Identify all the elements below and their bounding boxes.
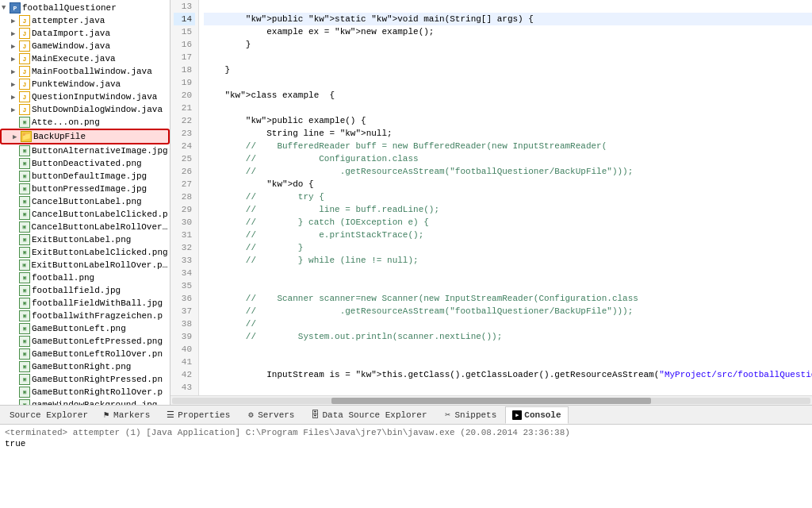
tree-item-label: GameWindow.java — [32, 41, 110, 51]
code-line — [204, 0, 812, 13]
snippets-icon: ✂ — [443, 410, 453, 420]
line-number: 23 — [174, 127, 195, 140]
tree-item-label: PunkteWindow.java — [32, 79, 121, 89]
line-number: 38 — [174, 318, 195, 330]
tree-item-label: GameButtonLeft.png — [32, 324, 126, 333]
code-content[interactable]: 1314151617181920212223242526272829303132… — [170, 0, 812, 395]
tree-item-cancelbuttonlabelrollover[interactable]: ▣CancelButtonLabelRollOver.p — [0, 221, 170, 233]
tree-item-backupfile[interactable]: ▶📁BackUpFile — [0, 129, 170, 144]
tree-item-buttondeactivated[interactable]: ▣ButtonDeactivated.png — [0, 157, 170, 170]
tree-item-gamebuttonrightpressed[interactable]: ▣GameButtonRightPressed.pn — [0, 373, 170, 386]
servers-icon: ⚙ — [246, 410, 255, 420]
image-file-icon: ▣ — [19, 272, 30, 283]
tree-item-label: GameButtonRightRollOver.p — [32, 387, 163, 397]
tree-item-gamewindowbackground[interactable]: ▣gameWindowBackground.jpg — [0, 398, 170, 405]
tab-snippets[interactable]: ✂Snippets — [436, 406, 504, 424]
tree-item-footballfield[interactable]: ▣footballfield.jpg — [0, 284, 170, 297]
tab-markers[interactable]: ⚑Markers — [94, 406, 157, 424]
bottom-panel: Source Explorer ⚑Markers☰Properties⚙Serv… — [0, 405, 812, 508]
bottom-content[interactable]: <terminated> attempter (1) [Java Applica… — [0, 425, 812, 508]
java-file-icon: J — [19, 15, 30, 26]
file-explorer: ▼PfootballQuestioner▶Jattempter.java▶JDa… — [0, 0, 170, 405]
code-line: // } while (line != null); — [204, 254, 812, 267]
code-line: // try { — [204, 190, 812, 203]
tree-item-mainexecute[interactable]: ▶JMainExecute.java — [0, 52, 170, 65]
line-number: 32 — [174, 241, 195, 254]
tree-item-footballfieldwithball[interactable]: ▣footballFieldWithBall.jpg — [0, 297, 170, 310]
tree-item-punktewindow[interactable]: ▶JPunkteWindow.java — [0, 78, 170, 90]
tab-label: Properties — [178, 410, 230, 420]
code-line: "kw">public "kw">static "kw">void main(S… — [204, 13, 812, 25]
tree-item-gamebuttonleft[interactable]: ▣GameButtonLeft.png — [0, 322, 170, 335]
tree-item-label: CancelButtonLabel.png — [32, 197, 142, 206]
code-line — [204, 76, 812, 89]
tree-item-shutdown[interactable]: ▶JShutDownDialogWindow.java — [0, 103, 170, 116]
tree-item-label: ButtonDeactivated.png — [32, 159, 142, 168]
line-number: 42 — [174, 368, 195, 381]
line-numbers: 1314151617181920212223242526272829303132… — [170, 0, 199, 395]
image-file-icon: ▣ — [19, 374, 30, 385]
tree-arrow: ▶ — [11, 106, 19, 114]
tree-item-label: football.png — [32, 273, 94, 283]
tree-item-gamewindow[interactable]: ▶JGameWindow.java — [0, 40, 170, 52]
tree-item-label: buttonPressedImage.jpg — [32, 184, 147, 194]
tree-item-football[interactable]: ▣football.png — [0, 271, 170, 284]
tree-arrow: ▶ — [13, 133, 21, 141]
tree-item-cancelbuttonlabelclicked[interactable]: ▣CancelButtonLabelClicked.p — [0, 208, 170, 221]
line-number: 30 — [174, 216, 195, 229]
tree-item-label: GameButtonRightPressed.pn — [32, 375, 163, 384]
line-number: 40 — [174, 343, 195, 356]
tab-properties[interactable]: ☰Properties — [159, 406, 237, 424]
tree-item-gamebuttonright[interactable]: ▣GameButtonRight.png — [0, 360, 170, 373]
line-number: 35 — [174, 279, 195, 292]
main-area: ▼PfootballQuestioner▶Jattempter.java▶JDa… — [0, 0, 812, 405]
image-file-icon: ▣ — [19, 234, 30, 245]
tree-item-cancelbuttonlabel[interactable]: ▣CancelButtonLabel.png — [0, 195, 170, 208]
tab-servers[interactable]: ⚙Servers — [239, 406, 301, 424]
code-line: // } — [204, 241, 812, 254]
tree-item-footballwithfragzeichen[interactable]: ▣footballwithFragzeichen.p — [0, 310, 170, 322]
scrollbar-track — [172, 398, 810, 404]
tree-item-exitbuttonlabel[interactable]: ▣ExitButtonLabel.png — [0, 233, 170, 246]
tree-item-label: GameButtonLeftPressed.png — [32, 337, 163, 346]
tree-item-project-root[interactable]: ▼PfootballQuestioner — [0, 2, 170, 14]
project-icon: P — [10, 2, 21, 13]
line-number: 43 — [174, 381, 195, 394]
line-number: 15 — [174, 25, 195, 38]
properties-icon: ☰ — [166, 410, 175, 420]
tree-item-buttonpressed[interactable]: ▣buttonPressedImage.jpg — [0, 183, 170, 195]
tab-console[interactable]: ▶Console — [505, 406, 568, 424]
tree-item-label: GameButtonRight.png — [32, 362, 131, 371]
tree-item-questioninput[interactable]: ▶JQuestionInputWindow.java — [0, 90, 170, 103]
tree-item-gamebuttonleftrollover[interactable]: ▣GameButtonLeftRollOver.pn — [0, 348, 170, 360]
horizontal-scrollbar[interactable] — [170, 395, 812, 405]
code-lines: "kw">public "kw">static "kw">void main(S… — [199, 0, 812, 395]
tree-item-mainfootball[interactable]: ▶JMainFootballWindow.java — [0, 65, 170, 78]
tree-item-label: ExitButtonLabel.png — [32, 235, 131, 244]
tree-item-buttonalternate[interactable]: ▣ButtonAlternativeImage.jpg — [0, 144, 170, 157]
tree-item-exitbuttonlabelclicked[interactable]: ▣ExitButtonLabelClicked.png — [0, 246, 170, 259]
code-line: // System.out.println(scanner.nextLine()… — [204, 330, 812, 343]
tree-item-gamebuttonleftpressed[interactable]: ▣GameButtonLeftPressed.png — [0, 335, 170, 348]
tree-item-attentionpng[interactable]: ▣Atte...on.png — [0, 116, 170, 129]
java-file-icon: J — [19, 91, 30, 102]
tree-arrow: ▼ — [2, 4, 10, 12]
tree-item-dataimport[interactable]: ▶JDataImport.java — [0, 27, 170, 40]
line-number: 29 — [174, 203, 195, 216]
tree-item-buttondefault[interactable]: ▣buttonDefaultImage.jpg — [0, 170, 170, 183]
line-number: 19 — [174, 76, 195, 89]
line-number: 27 — [174, 178, 195, 190]
code-line: } — [204, 64, 812, 76]
tree-item-label: footballwithFragzeichen.p — [32, 311, 163, 321]
line-number: 26 — [174, 165, 195, 178]
tree-item-exitbuttonlabelrollover[interactable]: ▣ExitButtonLabelRollOver.png — [0, 259, 170, 271]
tree-item-attempter[interactable]: ▶Jattempter.java — [0, 14, 170, 27]
tree-item-label: GameButtonLeftRollOver.pn — [32, 349, 163, 359]
code-line: // Configuration.class — [204, 152, 812, 165]
tab-datasource[interactable]: 🗄Data Source Explorer — [303, 406, 434, 424]
image-file-icon: ▣ — [19, 399, 30, 405]
tree-item-gamebuttonrightrollover[interactable]: ▣GameButtonRightRollOver.p — [0, 386, 170, 398]
bottom-tabs-container: ⚑Markers☰Properties⚙Servers🗄Data Source … — [94, 406, 570, 424]
tree-item-label: attempter.java — [32, 16, 105, 25]
java-file-icon: J — [19, 53, 30, 64]
